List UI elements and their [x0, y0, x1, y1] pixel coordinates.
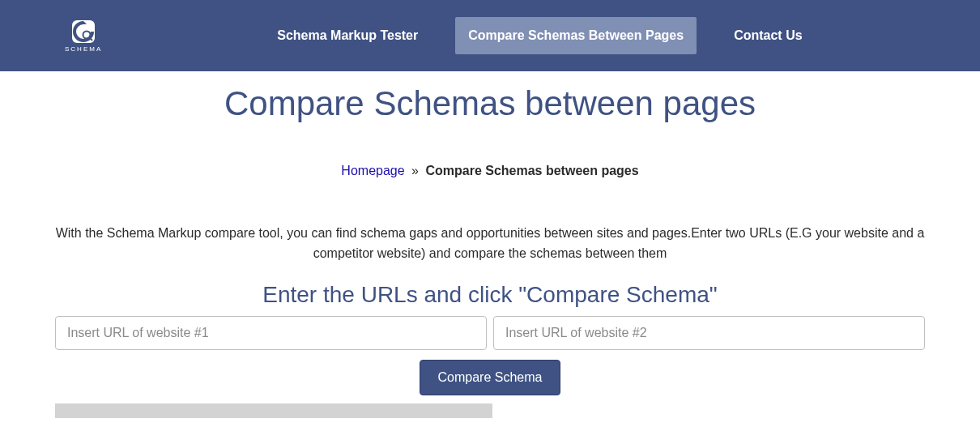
url-inputs-row [55, 316, 925, 350]
submit-row: Compare Schema [55, 360, 925, 395]
url-input-1[interactable] [55, 316, 487, 350]
breadcrumb-home-link[interactable]: Homepage [341, 164, 404, 177]
breadcrumb: Homepage » Compare Schemas between pages [55, 164, 925, 178]
nav-items: Schema Markup Tester Compare Schemas Bet… [264, 17, 815, 54]
breadcrumb-separator: » [411, 164, 419, 177]
brand-logo[interactable]: SCHEMA [65, 19, 102, 53]
logo-icon [71, 19, 96, 44]
page-description: With the Schema Markup compare tool, you… [55, 224, 925, 264]
top-nav: SCHEMA Schema Markup Tester Compare Sche… [0, 0, 980, 71]
compare-button[interactable]: Compare Schema [420, 360, 561, 395]
breadcrumb-current: Compare Schemas between pages [425, 164, 638, 177]
main-content: Compare Schemas between pages Homepage »… [49, 84, 931, 444]
nav-link-schema-tester[interactable]: Schema Markup Tester [264, 17, 431, 54]
brand-name: SCHEMA [65, 45, 102, 53]
result-placeholder-strip [55, 403, 492, 418]
form-heading: Enter the URLs and click "Compare Schema… [55, 282, 925, 308]
nav-link-contact[interactable]: Contact Us [721, 17, 815, 54]
url-input-2[interactable] [493, 316, 925, 350]
page-title: Compare Schemas between pages [55, 84, 925, 123]
nav-link-compare-schemas[interactable]: Compare Schemas Between Pages [455, 17, 697, 54]
